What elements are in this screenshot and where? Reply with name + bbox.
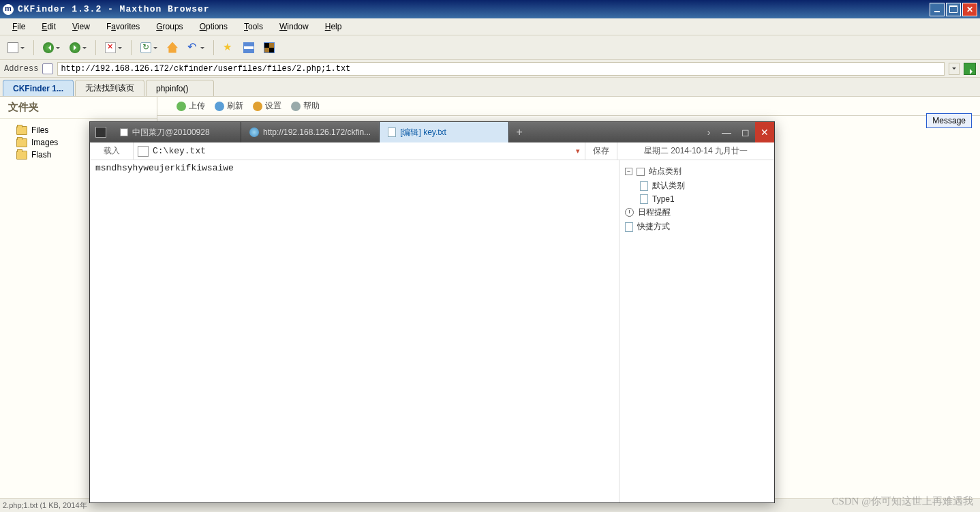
tree-schedule[interactable]: 日程提醒 xyxy=(625,205,769,220)
editor-tab-url[interactable]: http://192.168.126.172/ckfin... xyxy=(241,122,380,142)
clock-icon xyxy=(625,208,634,217)
forward-button[interactable] xyxy=(66,39,90,57)
tab-label: CKFinder 1... xyxy=(13,84,63,93)
help-button[interactable]: 帮助 xyxy=(291,100,320,112)
settings-button[interactable]: 设置 xyxy=(253,100,281,112)
editor-maximize-button[interactable]: ◻ xyxy=(736,122,755,142)
address-dropdown-button[interactable] xyxy=(949,63,960,75)
star-icon: ★ xyxy=(223,42,234,53)
tab-notfound[interactable]: 无法找到该页 xyxy=(75,80,144,96)
folder-label: Files xyxy=(31,125,48,135)
favicon-icon xyxy=(42,63,53,74)
address-bar: Address xyxy=(0,60,980,78)
settings-icon xyxy=(253,102,262,111)
path-dropdown-button[interactable]: ▾ xyxy=(571,147,585,155)
app-icon xyxy=(3,4,14,15)
tab-label: 无法找到该页 xyxy=(85,82,134,94)
refresh-icon xyxy=(215,102,224,111)
editor-tab-caidao[interactable]: 中国菜刀@20100928 xyxy=(112,122,241,142)
list-icon xyxy=(243,42,254,53)
editor-tab-keytxt[interactable]: [编辑] key.txt xyxy=(380,122,509,142)
menu-tools[interactable]: Tools xyxy=(237,20,270,33)
checkbox-icon xyxy=(637,168,645,176)
tab-overflow-button[interactable]: › xyxy=(701,122,717,142)
main-toolbar: ↶ ★ xyxy=(0,35,980,60)
date-display: 星期二 2014-10-14 九月廿一 xyxy=(617,145,774,157)
btn-label: 刷新 xyxy=(227,100,243,112)
folder-icon xyxy=(16,138,27,147)
tree-label: Type1 xyxy=(652,194,675,204)
tab-label: [编辑] key.txt xyxy=(400,127,446,138)
editor-body: −站点类别 默认类别 Type1 日程提醒 快捷方式 xyxy=(90,160,774,502)
stop-button[interactable] xyxy=(102,39,125,57)
tree-default-category[interactable]: 默认类别 xyxy=(625,179,769,193)
btn-label: 设置 xyxy=(265,100,281,112)
forward-icon xyxy=(70,42,80,53)
editor-window: 中国菜刀@20100928 http://192.168.126.172/ckf… xyxy=(89,121,775,503)
btn-label: 帮助 xyxy=(303,100,320,112)
load-button[interactable]: 载入 xyxy=(90,142,134,160)
file-icon xyxy=(640,181,648,191)
home-icon xyxy=(167,42,178,53)
file-icon xyxy=(388,127,396,137)
editor-close-button[interactable]: ✕ xyxy=(755,122,774,142)
list-view-button[interactable] xyxy=(240,39,258,57)
tree-type1[interactable]: Type1 xyxy=(625,193,769,205)
editor-titlebar[interactable]: 中国菜刀@20100928 http://192.168.126.172/ckf… xyxy=(90,122,774,142)
window-close-button[interactable] xyxy=(962,3,977,16)
home-button[interactable] xyxy=(164,39,181,57)
undo-icon: ↶ xyxy=(187,42,198,53)
folder-icon xyxy=(16,126,27,135)
menu-window[interactable]: Window xyxy=(273,20,316,33)
file-content-editor[interactable] xyxy=(90,160,619,502)
window-titlebar: CKFinder 1.3.2 - Maxthon Browser xyxy=(0,0,980,18)
new-doc-button[interactable] xyxy=(4,39,28,57)
editor-new-tab-button[interactable]: + xyxy=(509,122,530,142)
tree-label: 站点类别 xyxy=(649,166,682,177)
refresh-button[interactable]: 刷新 xyxy=(215,100,243,112)
window-minimize-button[interactable] xyxy=(930,3,945,16)
toolbar-separator xyxy=(131,40,132,55)
message-button[interactable]: Message xyxy=(926,113,972,128)
back-button[interactable] xyxy=(40,39,63,57)
toolbar-separator xyxy=(33,40,34,55)
menu-groups[interactable]: Groups xyxy=(149,20,189,33)
menu-view[interactable]: View xyxy=(65,20,97,33)
globe-icon xyxy=(249,127,259,137)
btn-label: 上传 xyxy=(189,100,205,112)
window-maximize-button[interactable] xyxy=(946,3,961,16)
menu-favorites[interactable]: Favorites xyxy=(99,20,147,33)
go-button[interactable] xyxy=(964,63,976,75)
tree-shortcut[interactable]: 快捷方式 xyxy=(625,220,769,234)
menubar: File Edit View Favorites Groups Options … xyxy=(0,18,980,35)
tree-site-category[interactable]: −站点类别 xyxy=(625,164,769,179)
file-path-input[interactable] xyxy=(153,142,571,160)
menu-edit[interactable]: Edit xyxy=(35,20,63,33)
upload-button[interactable]: 上传 xyxy=(177,100,205,112)
editor-minimize-button[interactable]: — xyxy=(717,122,736,142)
tab-label: phpinfo() xyxy=(156,84,188,93)
document-icon xyxy=(7,42,18,53)
save-button[interactable]: 保存 xyxy=(585,142,617,160)
browser-tabs: CKFinder 1... 无法找到该页 phpinfo() xyxy=(0,78,980,97)
menu-options[interactable]: Options xyxy=(193,20,234,33)
refresh-button[interactable] xyxy=(137,39,161,57)
undo-button[interactable]: ↶ xyxy=(184,39,208,57)
toolbar-separator xyxy=(95,40,96,55)
grid-view-button[interactable] xyxy=(260,39,278,57)
favorites-button[interactable]: ★ xyxy=(219,39,237,57)
upload-icon xyxy=(177,102,186,111)
toolbar-separator xyxy=(213,40,214,55)
sidebar-title: 文件夹 xyxy=(0,97,157,119)
back-icon xyxy=(43,42,54,53)
address-input[interactable] xyxy=(57,62,945,76)
tab-phpinfo[interactable]: phpinfo() xyxy=(146,80,214,96)
grid-icon xyxy=(264,42,275,53)
collapse-icon[interactable]: − xyxy=(625,168,632,175)
tab-ckfinder[interactable]: CKFinder 1... xyxy=(3,80,74,96)
refresh-icon xyxy=(140,42,151,53)
editor-sidebar: −站点类别 默认类别 Type1 日程提醒 快捷方式 xyxy=(619,160,774,502)
menu-help[interactable]: Help xyxy=(318,20,349,33)
folder-label: Images xyxy=(31,138,58,147)
menu-file[interactable]: File xyxy=(5,20,32,33)
